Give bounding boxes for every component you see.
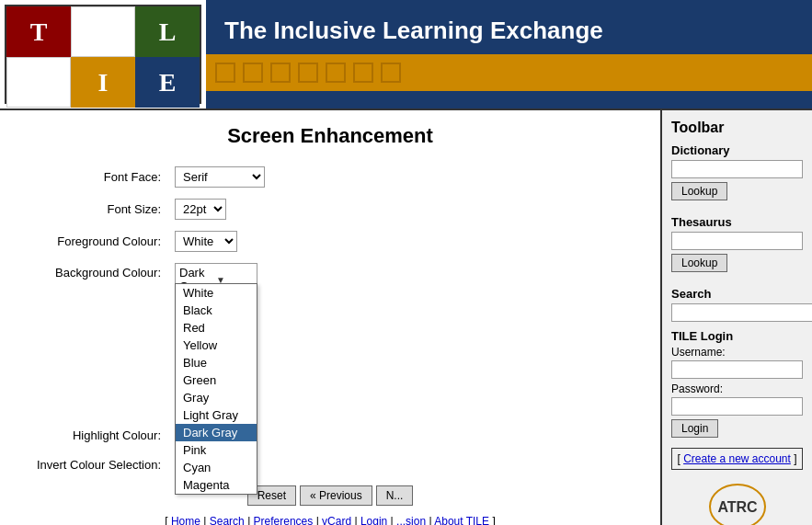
link-about[interactable]: About TILE <box>434 515 489 525</box>
invert-row: Invert Colour Selection: <box>18 457 642 472</box>
link-home[interactable]: Home <box>171 515 200 525</box>
dictionary-input[interactable] <box>671 160 803 178</box>
search-input[interactable] <box>671 303 812 322</box>
link-preferences[interactable]: Preferences <box>254 515 314 525</box>
font-size-select[interactable]: 22pt 14pt 18pt 26pt <box>175 199 226 220</box>
username-label: Username: <box>671 346 803 359</box>
filmstrip-sq1 <box>215 63 235 83</box>
highlight-label: Highlight Colour: <box>18 428 175 442</box>
background-row: Background Colour: Dark Gray ▼ White Bla… <box>18 263 642 296</box>
font-face-label: Font Face: <box>18 170 175 184</box>
toolbar-title: Toolbar <box>671 120 803 136</box>
header: T L I E The Inclusive Learning Exchange <box>0 0 812 110</box>
site-title: The Inclusive Learning Exchange <box>206 0 812 54</box>
option-pink[interactable]: Pink <box>176 441 257 459</box>
link-vcard[interactable]: vCard <box>322 515 351 525</box>
dictionary-label: Dictionary <box>671 143 803 157</box>
font-face-control: Serif Sans-serif Monospace <box>175 166 265 188</box>
thesaurus-lookup-button[interactable]: Lookup <box>671 254 727 272</box>
link-login[interactable]: Login <box>360 515 387 525</box>
filmstrip-sq4 <box>298 63 318 83</box>
option-gray[interactable]: Gray <box>176 389 257 406</box>
main-container: Screen Enhancement Font Face: Serif Sans… <box>0 110 812 525</box>
option-magenta[interactable]: Magenta <box>176 476 257 494</box>
logo-I: I <box>71 57 135 108</box>
atrc-logo-svg: ATRC <box>705 479 770 525</box>
previous-button[interactable]: « Previous <box>300 485 372 506</box>
search-label: Search <box>671 287 803 301</box>
filmstrip-sq7 <box>381 63 401 83</box>
logo-grid: T L I E <box>5 5 201 104</box>
logo-blank1 <box>71 6 135 57</box>
font-size-control: 22pt 14pt 18pt 26pt <box>175 199 226 220</box>
option-light-gray[interactable]: Light Gray <box>176 406 257 424</box>
thesaurus-label: Thesaurus <box>671 215 803 229</box>
option-blue[interactable]: Blue <box>176 354 257 371</box>
option-white[interactable]: White <box>176 284 257 302</box>
thesaurus-input[interactable] <box>671 232 803 250</box>
background-dropdown-list: White Black Red Yellow Blue Green Gray L… <box>175 283 257 495</box>
login-button[interactable]: Login <box>671 419 718 438</box>
font-face-row: Font Face: Serif Sans-serif Monospace <box>18 166 642 188</box>
create-account-link[interactable]: Create a new account <box>683 452 791 465</box>
logo-blank2 <box>6 57 71 108</box>
option-red[interactable]: Red <box>176 319 257 337</box>
password-label: Password: <box>671 382 803 395</box>
username-input[interactable] <box>671 360 803 379</box>
header-right: The Inclusive Learning Exchange <box>206 0 812 108</box>
highlight-row: Highlight Colour: White Yellow Cyan <box>18 425 642 446</box>
footer-links: [ Home | Search | Preferences | vCard | … <box>18 515 642 525</box>
logo-T: T <box>6 6 71 57</box>
foreground-control: White Black Red Yellow Blue <box>175 231 237 252</box>
font-face-select[interactable]: Serif Sans-serif Monospace <box>175 166 265 188</box>
button-row: Reset « Previous N... <box>18 485 642 506</box>
filmstrip-sq5 <box>326 63 346 83</box>
password-input[interactable] <box>671 397 803 416</box>
filmstrip <box>206 54 812 91</box>
tile-login-label: TILE Login <box>671 329 803 343</box>
page-title: Screen Enhancement <box>18 124 642 148</box>
foreground-row: Foreground Colour: White Black Red Yello… <box>18 231 642 252</box>
link-ion[interactable]: ...sion <box>396 515 426 525</box>
background-label: Background Colour: <box>18 263 175 280</box>
invert-label: Invert Colour Selection: <box>18 458 175 472</box>
foreground-select[interactable]: White Black Red Yellow Blue <box>175 231 237 252</box>
toolbar-sidebar: Toolbar Dictionary Lookup Thesaurus Look… <box>660 110 812 525</box>
foreground-label: Foreground Colour: <box>18 234 175 248</box>
option-dark-gray[interactable]: Dark Gray <box>176 424 257 441</box>
tile-login-section: TILE Login Username: Password: Login <box>671 329 803 443</box>
atrc-logo: ATRC Adaptive Technology Resource Centre <box>671 479 803 525</box>
dictionary-lookup-button[interactable]: Lookup <box>671 182 727 200</box>
option-cyan[interactable]: Cyan <box>176 459 257 476</box>
create-account-box: [ Create a new account ] <box>671 448 803 470</box>
link-search[interactable]: Search <box>210 515 245 525</box>
enhancement-form: Font Face: Serif Sans-serif Monospace Fo… <box>18 166 642 472</box>
option-green[interactable]: Green <box>176 371 257 389</box>
logo-E: E <box>135 57 200 108</box>
option-black[interactable]: Black <box>176 302 257 319</box>
filmstrip-sq2 <box>243 63 263 83</box>
content-area: Screen Enhancement Font Face: Serif Sans… <box>0 110 660 525</box>
filmstrip-sq3 <box>270 63 291 83</box>
search-row: Go <box>671 303 803 322</box>
logo-L: L <box>135 6 200 57</box>
svg-text:ATRC: ATRC <box>717 499 758 515</box>
font-size-label: Font Size: <box>18 202 175 216</box>
filmstrip-sq6 <box>353 63 373 83</box>
option-yellow[interactable]: Yellow <box>176 337 257 354</box>
background-control: Dark Gray ▼ White Black Red Yellow Blue … <box>175 263 257 296</box>
font-size-row: Font Size: 22pt 14pt 18pt 26pt <box>18 199 642 220</box>
next-button[interactable]: N... <box>376 485 414 506</box>
